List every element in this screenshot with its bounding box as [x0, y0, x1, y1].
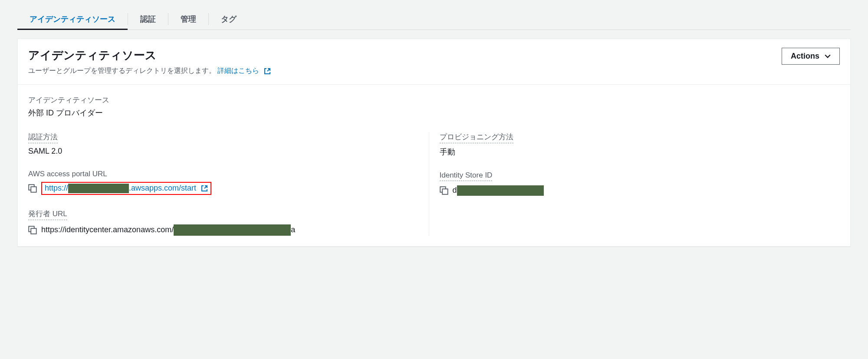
redacted: [68, 184, 129, 193]
tab-management[interactable]: 管理: [168, 9, 208, 30]
actions-button[interactable]: Actions: [782, 48, 840, 65]
field-label: 発行者 URL: [28, 209, 67, 220]
tab-identity-source[interactable]: アイデンティティソース: [17, 9, 128, 30]
learn-more-text: 詳細はこちら: [217, 67, 259, 74]
svg-rect-3: [31, 229, 36, 234]
field-value: 外部 ID プロバイダー: [28, 108, 840, 118]
redacted: [457, 185, 544, 196]
field-label: プロビジョニング方法: [440, 132, 513, 143]
field-label: 認証方法: [28, 132, 58, 143]
portal-url-link[interactable]: https://.awsapps.com/start: [45, 184, 208, 193]
field-portal-url: AWS access portal URL https://.awsapps.c…: [28, 170, 429, 195]
actions-label: Actions: [791, 52, 819, 61]
panel-title: アイデンティティソース: [28, 48, 782, 63]
panel-description: ユーザーとグループを管理するディレクトリを選択します。 詳細はこちら: [28, 66, 782, 76]
field-value: 手動: [440, 147, 840, 157]
identity-store-value: d: [453, 185, 544, 196]
copy-icon[interactable]: [28, 226, 37, 234]
desc-text: ユーザーとグループを管理するディレクトリを選択します。: [28, 67, 216, 74]
panel-header: アイデンティティソース ユーザーとグループを管理するディレクトリを選択します。 …: [18, 39, 850, 85]
field-auth-method: 認証方法 SAML 2.0: [28, 132, 429, 156]
field-identity-store: Identity Store ID d: [440, 171, 840, 196]
field-label: AWS access portal URL: [28, 170, 429, 178]
portal-url-highlight: https://.awsapps.com/start: [41, 182, 211, 195]
identity-source-panel: アイデンティティソース ユーザーとグループを管理するディレクトリを選択します。 …: [17, 39, 851, 247]
learn-more-link[interactable]: 詳細はこちら: [217, 67, 270, 74]
url-prefix: https://identitycenter.amazonaws.com/: [41, 225, 174, 234]
url-prefix: https://: [45, 184, 68, 192]
svg-rect-5: [442, 189, 448, 194]
field-identity-source: アイデンティティソース 外部 ID プロバイダー: [28, 95, 840, 118]
url-suffix: a: [291, 225, 295, 234]
tab-tags[interactable]: タグ: [209, 9, 249, 30]
field-provisioning: プロビジョニング方法 手動: [440, 132, 840, 157]
copy-icon[interactable]: [440, 186, 448, 195]
field-issuer-url: 発行者 URL https://identitycenter.amazonaws…: [28, 209, 429, 236]
tab-bar: アイデンティティソース 認証 管理 タグ: [17, 9, 851, 30]
redacted: [174, 224, 291, 236]
value-prefix: d: [453, 186, 457, 194]
external-link-icon: [264, 68, 271, 75]
field-label: Identity Store ID: [440, 171, 493, 181]
svg-rect-1: [31, 187, 36, 192]
external-link-icon: [201, 185, 208, 192]
issuer-url-value: https://identitycenter.amazonaws.com/a: [41, 224, 295, 236]
copy-icon[interactable]: [28, 184, 37, 193]
chevron-down-icon: [825, 53, 831, 59]
panel-body: アイデンティティソース 外部 ID プロバイダー 認証方法 SAML 2.0 A…: [18, 85, 850, 246]
field-value: SAML 2.0: [28, 147, 429, 156]
url-suffix: .awsapps.com/start: [129, 184, 196, 192]
tab-authentication[interactable]: 認証: [128, 9, 168, 30]
column-separator: [429, 132, 429, 236]
field-label: アイデンティティソース: [28, 95, 840, 105]
